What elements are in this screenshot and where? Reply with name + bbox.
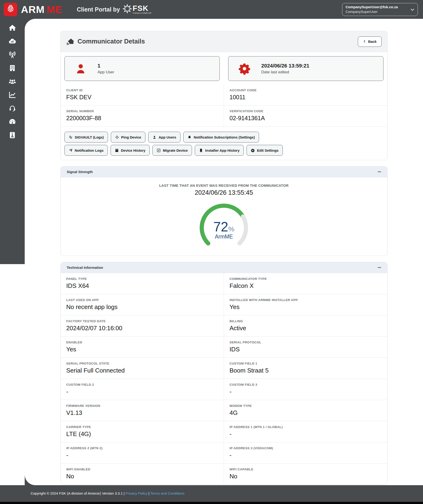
cloud-stats-icon [8, 37, 16, 46]
technical-information-card: Technical Information PANEL TYPEIDS X64C… [60, 262, 387, 485]
sidebar-item-broadcast-tower[interactable] [0, 48, 25, 62]
field-value: - [66, 451, 218, 459]
field-value: V1.13 [66, 409, 218, 416]
fsk-division: A division of AMECOR [133, 12, 151, 14]
users-icon [8, 78, 16, 86]
armme-logo[interactable] [4, 3, 17, 16]
field-installed-with-armme-installer-app: INSTALLED WITH ARMME INSTALLER APPYes [224, 294, 387, 315]
gauge-value: 72% [196, 219, 252, 234]
sidebar-item-buildings[interactable] [0, 62, 25, 75]
action-button-device-history[interactable]: Device History [111, 145, 150, 156]
back-button[interactable]: Back [358, 36, 382, 47]
brand-me: ME [47, 4, 62, 15]
communicator-details-card: Communicator Details Back 1App User2024/… [60, 31, 387, 160]
action-button-sigvault-logs[interactable]: SIGVAULT (Logs) [65, 132, 108, 143]
field-value: - [66, 388, 218, 395]
signal-section-title: Signal Strength [67, 170, 93, 174]
pensquare-icon [157, 148, 161, 152]
fsk-star-icon [122, 4, 132, 15]
field-modem-type: MODEM TYPE4G [224, 400, 387, 421]
field-value: - [230, 451, 382, 459]
stat-label: App User [98, 70, 114, 75]
field-wifi-capable: WIFI CAPABLENo [224, 463, 387, 485]
field-value: - [230, 430, 382, 438]
fsk-logo: FSK A division of AMECOR [122, 4, 151, 15]
signal-body: LAST TIME THAT AN EVENT WAS RECEIVED FRO… [61, 177, 387, 256]
action-button-notification-subscriptions-settings[interactable]: Notification Subscriptions (Settings) [183, 132, 259, 143]
stat-card-date-last-edited: 2024/06/26 13:59:21Date last edited [228, 56, 383, 81]
field-custom-field-2: CUSTOM FIELD 2- [61, 379, 224, 400]
shield-lock-icon [6, 4, 16, 15]
stat-cards: 1App User2024/06/26 13:59:21Date last ed… [61, 52, 387, 84]
field-value: 2200003F-88 [66, 115, 218, 122]
action-button-ping-device[interactable]: Ping Device [111, 132, 145, 143]
support-icon [8, 104, 16, 113]
field-value: IDS [230, 346, 382, 353]
sidebar-item-users[interactable] [0, 75, 25, 89]
field-value: 02-9141361A [230, 115, 382, 122]
privacy-policy-link[interactable]: Privacy Policy [126, 491, 147, 495]
portal-title: Client Portal by [77, 6, 120, 13]
field-label: IP ADDRESS 2 (MTN 2) [66, 446, 218, 450]
brand-arm: ARM [21, 4, 45, 15]
gearsm-icon [251, 148, 255, 152]
send-icon [69, 148, 73, 152]
top-header: ARM ME Client Portal by FSK A division o… [0, 0, 423, 19]
user-email: CompanySuperUser@fsk.co.za [346, 5, 408, 9]
field-label: ACCOUNT CODE [230, 88, 382, 92]
field-label: CLIENT ID [66, 88, 218, 92]
user-menu[interactable]: CompanySuperUser@fsk.co.za CompanySuperU… [342, 3, 418, 16]
field-label: INSTALLED WITH ARMME INSTALLER APP [230, 298, 382, 302]
field-account-code: ACCOUNT CODE10011 [224, 85, 387, 105]
action-button-edit-settings[interactable]: Edit Settings [247, 145, 283, 156]
field-value: FSK DEV [66, 94, 218, 101]
collapse-icon[interactable] [378, 267, 381, 268]
action-button-app-users[interactable]: App Users [148, 132, 181, 143]
gauge-unit: % [228, 225, 234, 233]
field-value: Boom Straat 5 [230, 367, 382, 374]
app-root: ARM ME Client Portal by FSK A division o… [0, 0, 423, 504]
sidebar-item-home[interactable] [0, 22, 25, 35]
usersm-icon [152, 135, 157, 139]
sidebar-item-dashboard[interactable] [0, 115, 25, 129]
field-label: IP ADDRESS 3 (VODACOM) [230, 446, 382, 450]
footer: Copyright © 2024 FSK (A division of Amec… [0, 485, 423, 504]
action-button-notification-logs[interactable]: Notification Logs [65, 145, 108, 156]
id-fields-grid: CLIENT IDFSK DEVACCOUNT CODE10011SERIAL … [61, 85, 387, 126]
field-label: SERIAL PROTOCOL [230, 341, 382, 344]
collapse-icon[interactable] [378, 171, 381, 172]
field-value: Serial Full Connected [66, 367, 218, 374]
sidebar [0, 19, 25, 264]
user-name: CompanySuperUser [346, 10, 408, 14]
sidebar-item-reports[interactable] [0, 89, 25, 102]
stat-card-app-user: 1App User [65, 56, 220, 81]
field-label: PANEL TYPE [66, 277, 218, 281]
fsk-name: FSK [133, 5, 151, 12]
action-button-installer-app-history[interactable]: Installer App History [195, 145, 244, 156]
buildings-icon [8, 64, 16, 73]
field-label: CUSTOM FIELD 2 [66, 383, 218, 386]
action-button-label: Ping Device [121, 135, 141, 139]
field-value: IDS X64 [66, 282, 218, 289]
field-ip-address-3-vodacom: IP ADDRESS 3 (VODACOM)- [224, 442, 387, 463]
sidebar-item-contacts[interactable] [0, 129, 25, 142]
calendar-icon [115, 148, 119, 152]
field-label: CUSTOM FIELD 3 [230, 383, 382, 386]
field-label: VERIFICATION CODE [230, 109, 382, 113]
field-value: Yes [66, 346, 218, 353]
terms-link[interactable]: Terms and Conditions [150, 491, 184, 495]
action-button-label: Installer App History [205, 148, 240, 152]
last-event-time: 2024/06/26 13:55:45 [61, 189, 387, 196]
sidebar-item-cloud-stats[interactable] [0, 35, 25, 48]
main-panel: Communicator Details Back 1App User2024/… [25, 19, 423, 485]
field-wifi-enabled: WIFI ENABLEDNo [61, 463, 224, 485]
field-last-used-on-app: LAST USED ON APPNo recent app logs [61, 294, 224, 315]
sidebar-item-support[interactable] [0, 102, 25, 115]
action-button-migrate-device[interactable]: Migrate Device [152, 145, 192, 156]
field-value: No [230, 473, 382, 480]
field-panel-type: PANEL TYPEIDS X64 [61, 273, 224, 294]
field-value: Yes [230, 303, 382, 311]
mobile-icon [199, 148, 203, 152]
field-label: WIFI ENABLED [66, 468, 218, 471]
action-rows: SIGVAULT (Logs)Ping DeviceApp UsersNotif… [61, 126, 387, 160]
